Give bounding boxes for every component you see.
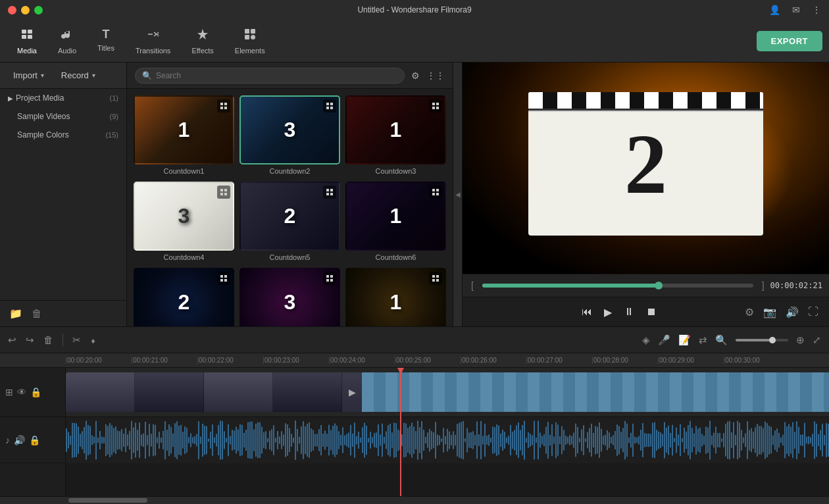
audio-volume-icon[interactable]: 🔊 xyxy=(14,435,25,445)
svg-rect-39 xyxy=(326,279,329,282)
progress-bar[interactable] xyxy=(482,284,753,288)
svg-rect-198 xyxy=(366,426,367,455)
svg-rect-199 xyxy=(368,438,369,443)
svg-rect-81 xyxy=(135,423,136,458)
media-item[interactable]: 3 Countdown4 xyxy=(134,182,234,263)
search-input[interactable] xyxy=(156,71,397,80)
minimize-button[interactable] xyxy=(21,6,30,14)
svg-rect-372 xyxy=(709,420,711,459)
undo-icon[interactable]: ↩ xyxy=(8,334,16,346)
track-visible-icon[interactable]: 👁 xyxy=(17,387,26,397)
audio-note-icon[interactable]: ♪ xyxy=(5,435,10,445)
caption-icon[interactable]: 📝 xyxy=(678,334,691,346)
progress-fill xyxy=(482,284,659,288)
media-item[interactable]: 2 Countdown7 xyxy=(134,268,234,326)
export-button[interactable]: EXPORT xyxy=(757,31,822,51)
svg-rect-150 xyxy=(271,429,272,451)
zoom-out-icon[interactable]: 🔍 xyxy=(715,334,728,346)
media-item[interactable]: 1 Countdown9 xyxy=(345,268,446,326)
filter-icon[interactable]: ⚙ xyxy=(411,70,420,81)
playhead[interactable] xyxy=(400,368,401,496)
mark-out-icon[interactable]: ] xyxy=(762,280,765,291)
zoom-slider-handle[interactable] xyxy=(769,337,776,343)
titles-tab-icon: T xyxy=(103,28,110,41)
mail-icon[interactable]: ✉ xyxy=(792,5,800,15)
media-item[interactable]: 2 Countdown5 xyxy=(239,182,340,263)
fit-icon[interactable]: ⤢ xyxy=(813,334,821,346)
speed-icon[interactable]: ⬧ xyxy=(90,334,96,345)
svg-rect-423 xyxy=(810,437,811,443)
zoom-in-icon[interactable]: ⊕ xyxy=(796,334,805,346)
record-button[interactable]: Record ▾ xyxy=(56,68,101,83)
track-add-icon[interactable]: ⊞ xyxy=(5,387,13,397)
zoom-slider[interactable] xyxy=(736,339,788,341)
media-item[interactable]: 3 Countdown2 xyxy=(239,95,340,176)
traffic-lights xyxy=(8,6,43,14)
swap-icon[interactable]: ⇄ xyxy=(699,334,707,346)
svg-rect-278 xyxy=(524,421,525,460)
tab-effects[interactable]: Effects xyxy=(181,22,224,60)
svg-rect-49 xyxy=(72,423,73,458)
svg-rect-58 xyxy=(89,426,91,455)
sidebar-item-sample-colors[interactable]: Sample Colors (15) xyxy=(0,126,126,144)
redo-icon[interactable]: ↪ xyxy=(26,334,34,346)
skip-back-button[interactable]: ⏮ xyxy=(582,306,592,318)
svg-rect-304 xyxy=(575,424,576,457)
close-button[interactable] xyxy=(8,6,16,14)
svg-rect-172 xyxy=(314,434,316,447)
user-icon[interactable]: 👤 xyxy=(769,5,780,15)
svg-rect-5 xyxy=(245,29,249,34)
settings-icon[interactable]: ⚙ xyxy=(745,306,754,318)
stop-button[interactable]: ⏹ xyxy=(646,306,657,318)
media-item[interactable]: 1 Countdown6 xyxy=(345,182,446,263)
fullscreen-button[interactable] xyxy=(34,6,43,14)
collapse-handle[interactable]: ◀ xyxy=(453,63,462,326)
svg-rect-36 xyxy=(224,279,227,282)
play-button[interactable]: ▶ xyxy=(604,306,612,318)
tab-elements[interactable]: Elements xyxy=(224,22,276,60)
mark-icon[interactable]: ◈ xyxy=(642,334,650,346)
more-icon[interactable]: ⋮ xyxy=(812,5,821,15)
volume-icon[interactable]: 🔊 xyxy=(786,306,799,318)
track-lock-icon[interactable]: 🔒 xyxy=(30,387,41,397)
mic-icon[interactable]: 🎤 xyxy=(658,334,670,346)
cut-icon[interactable]: ✂ xyxy=(72,334,81,346)
add-folder-icon[interactable]: 📁 xyxy=(9,307,22,320)
svg-rect-162 xyxy=(295,420,296,460)
svg-rect-285 xyxy=(538,421,539,460)
progress-handle[interactable] xyxy=(655,282,663,290)
media-item[interactable]: 1 Countdown3 xyxy=(345,95,446,176)
sidebar-item-count: (1) xyxy=(110,94,118,102)
scrollbar-thumb[interactable] xyxy=(68,498,147,503)
countdown-number: 3 xyxy=(284,290,296,315)
remove-folder-icon[interactable]: 🗑 xyxy=(32,308,42,320)
tab-audio[interactable]: Audio xyxy=(47,22,87,60)
delete-icon[interactable]: 🗑 xyxy=(43,334,53,345)
sidebar-item-project-media[interactable]: ▶ Project Media (1) xyxy=(0,89,126,107)
svg-rect-3 xyxy=(28,35,32,39)
fullscreen-icon[interactable]: ⛶ xyxy=(808,306,818,318)
svg-rect-401 xyxy=(766,423,768,457)
import-button[interactable]: Import ▾ xyxy=(8,68,49,83)
svg-rect-403 xyxy=(770,427,772,453)
mark-in-icon[interactable]: [ xyxy=(471,280,474,291)
record-arrow-icon: ▾ xyxy=(92,72,95,79)
media-item[interactable]: 1 Countdown1 xyxy=(134,95,234,176)
grid-view-icon[interactable]: ⋮⋮ xyxy=(426,70,445,81)
timeline-tracks[interactable]: ▶ xyxy=(66,368,829,496)
svg-rect-194 xyxy=(358,432,359,449)
import-arrow-icon: ▾ xyxy=(41,72,44,79)
tab-transitions[interactable]: Transitions xyxy=(125,22,181,60)
sidebar-item-sample-videos[interactable]: Sample Videos (9) xyxy=(0,107,126,126)
svg-rect-132 xyxy=(236,427,237,454)
svg-rect-381 xyxy=(727,422,728,459)
svg-rect-224 xyxy=(417,420,418,459)
audio-lock-icon[interactable]: 🔒 xyxy=(29,435,40,445)
svg-rect-400 xyxy=(765,422,766,459)
tab-titles[interactable]: T Titles xyxy=(87,22,125,60)
tab-media[interactable]: Media xyxy=(7,22,47,60)
media-item[interactable]: 3 Countdown8 xyxy=(239,268,340,326)
screenshot-icon[interactable]: 📷 xyxy=(763,306,776,318)
pause-button[interactable]: ⏸ xyxy=(624,306,634,318)
search-bar[interactable]: 🔍 xyxy=(135,68,405,84)
